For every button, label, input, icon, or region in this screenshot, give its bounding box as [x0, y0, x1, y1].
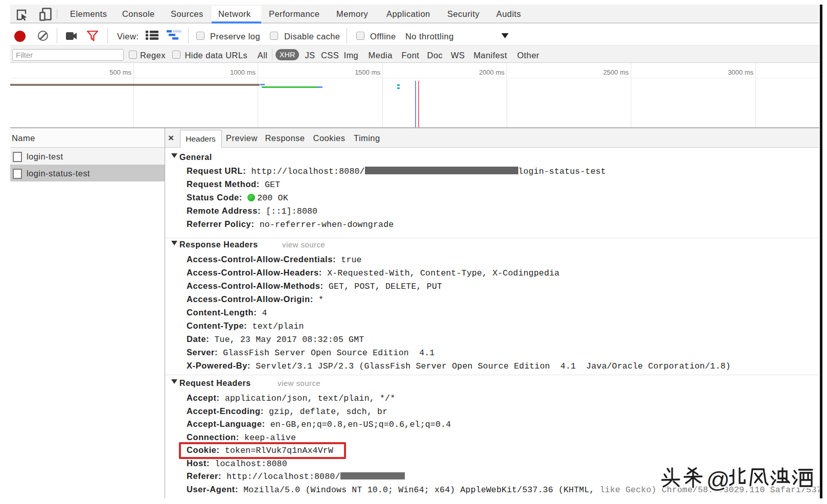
- svg-text:@: @: [706, 467, 730, 493]
